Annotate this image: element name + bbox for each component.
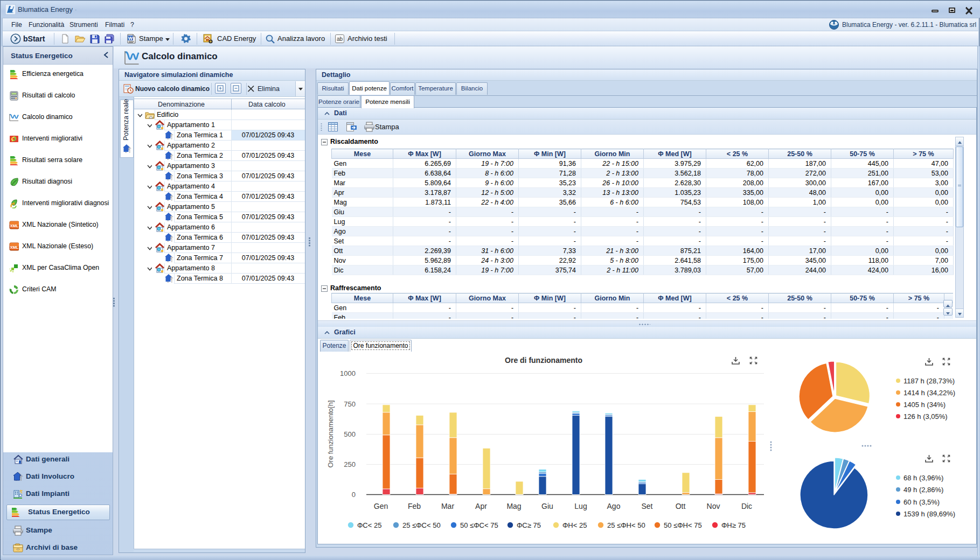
svg-text:Apr: Apr <box>475 502 487 510</box>
svg-text:Set: Set <box>641 502 652 510</box>
svg-text:49 h (2,86%): 49 h (2,86%) <box>903 486 943 494</box>
svg-text:Nov: Nov <box>707 502 720 510</box>
svg-text:750: 750 <box>344 400 356 408</box>
svg-text:ΦH≥ 75: ΦH≥ 75 <box>721 521 746 529</box>
svg-text:XML: XML <box>10 223 19 228</box>
svg-text:Ago: Ago <box>607 502 621 510</box>
svg-text:1405 h (34%): 1405 h (34%) <box>903 401 946 409</box>
svg-text:Ott: Ott <box>676 502 686 510</box>
svg-text:ΦH< 25: ΦH< 25 <box>562 521 587 529</box>
svg-text:Gen: Gen <box>374 502 388 510</box>
svg-text:25 ≤ΦC< 50: 25 ≤ΦC< 50 <box>402 521 441 529</box>
svg-text:ab: ab <box>337 36 343 42</box>
svg-text:126 h (3,05%): 126 h (3,05%) <box>903 412 948 421</box>
svg-text:Feb: Feb <box>408 502 421 510</box>
svg-text:25 ≤ΦH< 50: 25 ≤ΦH< 50 <box>607 521 645 529</box>
svg-text:ΦC< 25: ΦC< 25 <box>357 521 381 529</box>
svg-text:68 h (3,96%): 68 h (3,96%) <box>903 474 943 482</box>
svg-text:Ore funzionamento[h]: Ore funzionamento[h] <box>326 400 335 467</box>
svg-text:60 h (3,5%): 60 h (3,5%) <box>903 498 940 506</box>
svg-text:XML: XML <box>10 245 19 250</box>
svg-text:50 ≤ΦH< 75: 50 ≤ΦH< 75 <box>664 521 702 529</box>
svg-text:Dic: Dic <box>741 502 752 510</box>
svg-text:500: 500 <box>344 430 356 438</box>
svg-text:Lug: Lug <box>574 502 587 510</box>
svg-text:1000: 1000 <box>340 369 356 377</box>
svg-text:1187 h (28,73%): 1187 h (28,73%) <box>903 377 955 385</box>
svg-text:W: W <box>128 36 133 41</box>
svg-text:50 ≤ΦC< 75: 50 ≤ΦC< 75 <box>460 521 498 529</box>
svg-text:Giu: Giu <box>541 502 553 510</box>
svg-text:1414 h (34,22%): 1414 h (34,22%) <box>903 389 955 397</box>
svg-text:Ore di funzionamento: Ore di funzionamento <box>505 356 582 365</box>
svg-text:Mag: Mag <box>506 502 521 510</box>
svg-text:1539 h (89,69%): 1539 h (89,69%) <box>903 510 955 518</box>
svg-text:250: 250 <box>344 460 356 468</box>
svg-text:Mar: Mar <box>441 502 454 510</box>
svg-text:ΦC≥ 75: ΦC≥ 75 <box>517 521 541 529</box>
svg-text:0: 0 <box>352 491 356 499</box>
